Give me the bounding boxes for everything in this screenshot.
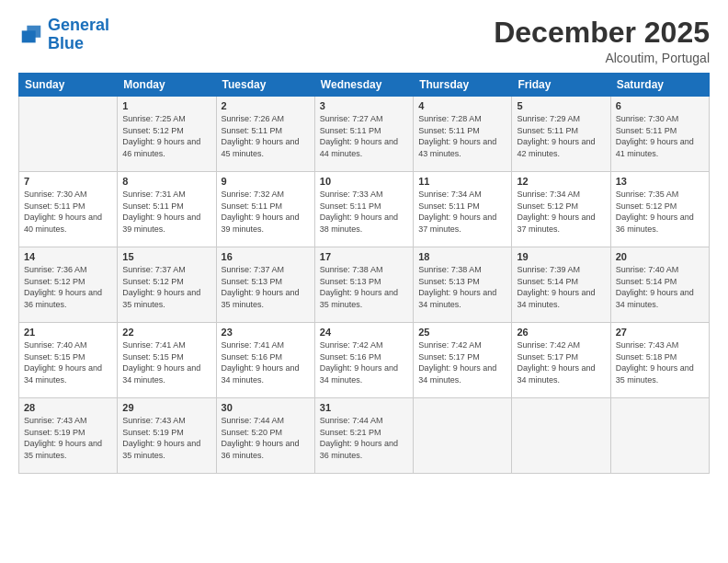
day-number: 13 [616, 176, 704, 187]
day-info-line: Sunset: 5:11 PM [517, 126, 578, 135]
day-info-line: Sunset: 5:11 PM [122, 201, 184, 211]
svg-marker-1 [22, 30, 36, 42]
calendar-cell-w2-d6: 20Sunrise: 7:40 AMSunset: 5:14 PMDayligh… [610, 247, 709, 323]
calendar-cell-w1-d0: 7Sunrise: 7:30 AMSunset: 5:11 PMDaylight… [19, 172, 118, 247]
day-info-line: Sunset: 5:11 PM [24, 201, 85, 211]
calendar-cell-w4-d2: 30Sunrise: 7:44 AMSunset: 5:20 PMDayligh… [216, 398, 314, 474]
day-info-line: Sunrise: 7:34 AM [517, 190, 580, 199]
day-number: 31 [320, 402, 408, 413]
day-info: Sunrise: 7:43 AMSunset: 5:19 PMDaylight:… [24, 415, 112, 461]
day-number: 12 [517, 176, 605, 187]
day-info-line: Daylight: 9 hours and 39 minutes. [222, 213, 300, 234]
day-info-line: Daylight: 9 hours and 37 minutes. [418, 213, 496, 234]
calendar-cell-w1-d5: 12Sunrise: 7:34 AMSunset: 5:12 PMDayligh… [512, 172, 610, 247]
day-info-line: Sunrise: 7:42 AM [517, 340, 580, 350]
calendar-cell-w2-d2: 16Sunrise: 7:37 AMSunset: 5:13 PMDayligh… [216, 247, 314, 323]
day-info-line: Sunset: 5:11 PM [418, 126, 480, 135]
day-info-line: Daylight: 9 hours and 35 minutes. [122, 439, 200, 460]
day-number: 18 [418, 251, 506, 262]
day-info: Sunrise: 7:43 AMSunset: 5:18 PMDaylight:… [616, 339, 704, 385]
day-info-line: Daylight: 9 hours and 34 minutes. [517, 363, 595, 385]
day-number: 28 [24, 402, 112, 413]
day-info: Sunrise: 7:41 AMSunset: 5:16 PMDaylight:… [222, 339, 310, 385]
day-info-line: Daylight: 9 hours and 35 minutes. [24, 439, 102, 460]
day-info-line: Sunrise: 7:44 AM [222, 416, 285, 425]
calendar-cell-w3-d5: 26Sunrise: 7:42 AMSunset: 5:17 PMDayligh… [512, 323, 610, 398]
day-info-line: Sunset: 5:11 PM [418, 201, 480, 211]
day-info-line: Sunset: 5:17 PM [418, 352, 480, 362]
day-number: 2 [222, 100, 310, 111]
day-info: Sunrise: 7:25 AMSunset: 5:12 PMDaylight:… [122, 113, 210, 159]
day-number: 17 [320, 251, 408, 262]
day-info-line: Sunrise: 7:41 AM [122, 340, 186, 350]
day-number: 7 [24, 176, 112, 187]
logo: General Blue [18, 17, 109, 53]
calendar-cell-w4-d1: 29Sunrise: 7:43 AMSunset: 5:19 PMDayligh… [118, 398, 216, 474]
day-info-line: Sunrise: 7:42 AM [418, 340, 482, 350]
day-info-line: Sunrise: 7:27 AM [320, 114, 383, 123]
day-info-line: Sunrise: 7:30 AM [616, 114, 679, 123]
calendar-cell-w0-d1: 1Sunrise: 7:25 AMSunset: 5:12 PMDaylight… [118, 97, 216, 172]
day-info: Sunrise: 7:40 AMSunset: 5:15 PMDaylight:… [24, 339, 112, 385]
subtitle: Alcoutim, Portugal [494, 51, 710, 65]
calendar-cell-w3-d0: 21Sunrise: 7:40 AMSunset: 5:15 PMDayligh… [19, 323, 118, 398]
day-info-line: Sunset: 5:17 PM [517, 352, 578, 362]
day-number: 10 [320, 176, 408, 187]
day-info-line: Sunrise: 7:29 AM [517, 114, 580, 123]
day-info-line: Daylight: 9 hours and 34 minutes. [222, 363, 300, 385]
day-number: 4 [418, 100, 506, 111]
day-info-line: Sunrise: 7:38 AM [418, 265, 482, 274]
day-info-line: Sunset: 5:11 PM [320, 126, 381, 135]
day-info-line: Sunrise: 7:40 AM [616, 265, 679, 274]
calendar-cell-w2-d4: 18Sunrise: 7:38 AMSunset: 5:13 PMDayligh… [414, 247, 512, 323]
day-number: 11 [418, 176, 506, 187]
day-info-line: Sunrise: 7:36 AM [24, 265, 87, 274]
calendar-cell-w1-d2: 9Sunrise: 7:32 AMSunset: 5:11 PMDaylight… [216, 172, 314, 247]
day-number: 29 [122, 402, 210, 413]
calendar-cell-w0-d0 [19, 97, 118, 172]
day-info-line: Daylight: 9 hours and 38 minutes. [320, 213, 398, 234]
calendar-cell-w0-d6: 6Sunrise: 7:30 AMSunset: 5:11 PMDaylight… [610, 97, 709, 172]
day-info-line: Daylight: 9 hours and 35 minutes. [122, 288, 200, 309]
day-number: 9 [222, 176, 310, 187]
page: General Blue December 2025 Alcoutim, Por… [0, 0, 728, 563]
calendar-week-0: 1Sunrise: 7:25 AMSunset: 5:12 PMDaylight… [19, 97, 710, 172]
day-info-line: Daylight: 9 hours and 35 minutes. [616, 363, 694, 385]
day-info: Sunrise: 7:37 AMSunset: 5:13 PMDaylight:… [222, 264, 310, 310]
day-info-line: Sunrise: 7:42 AM [320, 340, 383, 350]
day-number: 15 [122, 251, 210, 262]
calendar-cell-w3-d3: 24Sunrise: 7:42 AMSunset: 5:16 PMDayligh… [314, 323, 413, 398]
day-info-line: Sunrise: 7:41 AM [222, 340, 285, 350]
day-info-line: Daylight: 9 hours and 43 minutes. [418, 137, 496, 158]
day-info-line: Daylight: 9 hours and 34 minutes. [418, 288, 496, 309]
day-info-line: Sunrise: 7:28 AM [418, 114, 482, 123]
calendar-cell-w2-d5: 19Sunrise: 7:39 AMSunset: 5:14 PMDayligh… [512, 247, 610, 323]
calendar-cell-w2-d1: 15Sunrise: 7:37 AMSunset: 5:12 PMDayligh… [118, 247, 216, 323]
day-number: 19 [517, 251, 605, 262]
day-info-line: Daylight: 9 hours and 34 minutes. [418, 363, 496, 385]
day-info: Sunrise: 7:27 AMSunset: 5:11 PMDaylight:… [320, 113, 408, 159]
day-info-line: Sunrise: 7:43 AM [122, 416, 186, 425]
day-info: Sunrise: 7:26 AMSunset: 5:11 PMDaylight:… [222, 113, 310, 159]
day-info: Sunrise: 7:42 AMSunset: 5:17 PMDaylight:… [418, 339, 506, 385]
day-info-line: Sunset: 5:20 PM [222, 428, 283, 437]
day-info-line: Sunset: 5:16 PM [222, 352, 283, 362]
day-info-line: Daylight: 9 hours and 35 minutes. [222, 288, 300, 309]
day-number: 5 [517, 100, 605, 111]
calendar-cell-w0-d4: 4Sunrise: 7:28 AMSunset: 5:11 PMDaylight… [414, 97, 512, 172]
day-info-line: Daylight: 9 hours and 44 minutes. [320, 137, 398, 158]
day-number: 21 [24, 327, 112, 338]
day-info: Sunrise: 7:30 AMSunset: 5:11 PMDaylight:… [616, 113, 704, 159]
day-info-line: Daylight: 9 hours and 34 minutes. [517, 288, 595, 309]
calendar-cell-w4-d5 [512, 398, 610, 474]
day-info-line: Daylight: 9 hours and 41 minutes. [616, 137, 694, 158]
day-info-line: Daylight: 9 hours and 37 minutes. [517, 213, 595, 234]
day-info-line: Daylight: 9 hours and 36 minutes. [24, 288, 102, 309]
day-info-line: Sunrise: 7:44 AM [320, 416, 383, 425]
day-info-line: Sunrise: 7:40 AM [24, 340, 87, 350]
calendar-cell-w4-d0: 28Sunrise: 7:43 AMSunset: 5:19 PMDayligh… [19, 398, 118, 474]
day-info-line: Sunset: 5:12 PM [122, 126, 184, 135]
calendar-cell-w3-d4: 25Sunrise: 7:42 AMSunset: 5:17 PMDayligh… [414, 323, 512, 398]
calendar-cell-w4-d4 [414, 398, 512, 474]
day-info-line: Sunset: 5:18 PM [616, 352, 677, 362]
